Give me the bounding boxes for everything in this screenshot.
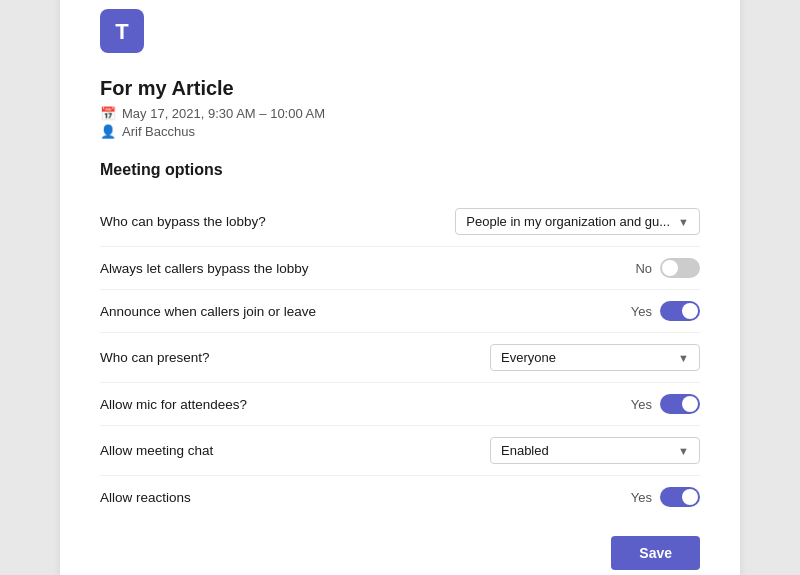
meeting-date-row: 📅 May 17, 2021, 9:30 AM – 10:00 AM [100, 106, 700, 121]
meeting-chat-chevron-icon: ▼ [678, 445, 689, 457]
option-allow-mic: Allow mic for attendees? Yes [100, 383, 700, 426]
announce-toggle-track [660, 301, 700, 321]
announce-label: Announce when callers join or leave [100, 304, 316, 319]
option-allow-reactions: Allow reactions Yes [100, 476, 700, 518]
allow-mic-toggle[interactable] [660, 394, 700, 414]
callers-bypass-toggle-track [660, 258, 700, 278]
announce-toggle[interactable] [660, 301, 700, 321]
callers-bypass-toggle-thumb [662, 260, 678, 276]
meeting-organizer-row: 👤 Arif Bacchus [100, 124, 700, 139]
who-can-present-chevron-icon: ▼ [678, 352, 689, 364]
bypass-lobby-value: People in my organization and gu... [466, 214, 670, 229]
options-list: Who can bypass the lobby? People in my o… [100, 197, 700, 518]
allow-reactions-control: Yes [631, 487, 700, 507]
callers-bypass-label: Always let callers bypass the lobby [100, 261, 309, 276]
allow-mic-toggle-track [660, 394, 700, 414]
meeting-chat-control: Enabled ▼ [490, 437, 700, 464]
allow-reactions-state-label: Yes [631, 490, 652, 505]
allow-mic-toggle-thumb [682, 396, 698, 412]
meeting-chat-value: Enabled [501, 443, 549, 458]
bypass-lobby-dropdown[interactable]: People in my organization and gu... ▼ [455, 208, 700, 235]
callers-bypass-toggle[interactable] [660, 258, 700, 278]
meeting-chat-dropdown[interactable]: Enabled ▼ [490, 437, 700, 464]
callers-bypass-state-label: No [635, 261, 652, 276]
announce-toggle-thumb [682, 303, 698, 319]
allow-reactions-toggle-track [660, 487, 700, 507]
person-icon: 👤 [100, 124, 116, 139]
callers-bypass-control: No [635, 258, 700, 278]
allow-reactions-toggle[interactable] [660, 487, 700, 507]
meeting-options-card: T For my Article 📅 May 17, 2021, 9:30 AM… [60, 0, 740, 575]
teams-logo: T [100, 9, 700, 77]
meeting-organizer: Arif Bacchus [122, 124, 195, 139]
option-callers-bypass: Always let callers bypass the lobby No [100, 247, 700, 290]
save-button[interactable]: Save [611, 536, 700, 570]
meeting-date: May 17, 2021, 9:30 AM – 10:00 AM [122, 106, 325, 121]
option-announce: Announce when callers join or leave Yes [100, 290, 700, 333]
announce-control: Yes [631, 301, 700, 321]
allow-mic-state-label: Yes [631, 397, 652, 412]
announce-state-label: Yes [631, 304, 652, 319]
bypass-lobby-chevron-icon: ▼ [678, 216, 689, 228]
bypass-lobby-control: People in my organization and gu... ▼ [455, 208, 700, 235]
who-can-present-dropdown[interactable]: Everyone ▼ [490, 344, 700, 371]
allow-reactions-label: Allow reactions [100, 490, 191, 505]
svg-text:T: T [115, 19, 129, 44]
who-can-present-control: Everyone ▼ [490, 344, 700, 371]
option-who-can-present: Who can present? Everyone ▼ [100, 333, 700, 383]
calendar-icon: 📅 [100, 106, 116, 121]
footer: Save [100, 536, 700, 570]
section-title: Meeting options [100, 161, 700, 179]
who-can-present-label: Who can present? [100, 350, 210, 365]
meeting-meta: 📅 May 17, 2021, 9:30 AM – 10:00 AM 👤 Ari… [100, 106, 700, 139]
option-meeting-chat: Allow meeting chat Enabled ▼ [100, 426, 700, 476]
who-can-present-value: Everyone [501, 350, 556, 365]
option-bypass-lobby: Who can bypass the lobby? People in my o… [100, 197, 700, 247]
meeting-chat-label: Allow meeting chat [100, 443, 213, 458]
allow-reactions-toggle-thumb [682, 489, 698, 505]
allow-mic-control: Yes [631, 394, 700, 414]
meeting-title: For my Article [100, 77, 700, 100]
bypass-lobby-label: Who can bypass the lobby? [100, 214, 266, 229]
allow-mic-label: Allow mic for attendees? [100, 397, 247, 412]
